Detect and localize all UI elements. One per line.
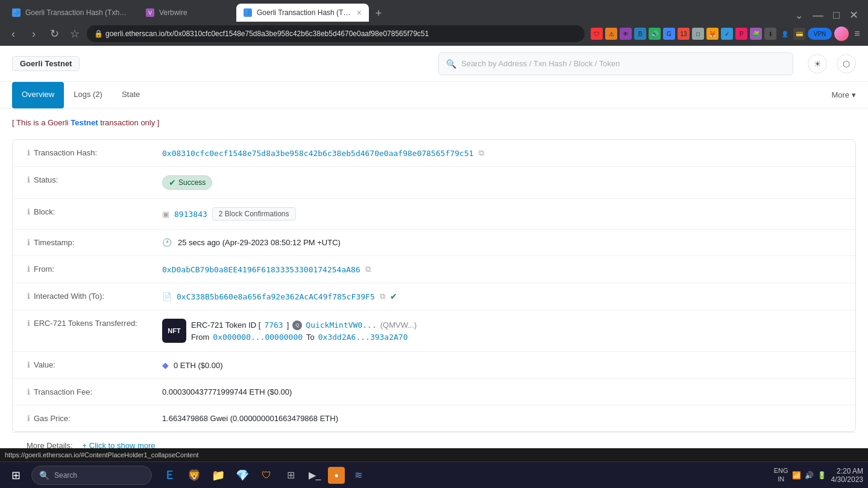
more-button[interactable]: More ▾ [831, 90, 856, 99]
fee-label: ℹ Transaction Fee: [27, 387, 148, 396]
taskbar-time-text: 2:20 AM [831, 467, 863, 475]
copy-hash-icon[interactable]: ⧉ [479, 148, 484, 158]
ext-fox-icon[interactable]: 🦊 [706, 28, 719, 40]
header-search-box[interactable]: 🔍 Search by Address / Txn Hash / Block /… [438, 52, 793, 75]
folder-icon: 📁 [212, 469, 225, 482]
taskbar-brave2-icon[interactable]: 🛡 [256, 465, 277, 486]
transaction-hash-link[interactable]: 0x08310cfc0ecf1548e75d8a3be958c42b6c38eb… [162, 149, 474, 158]
site-header: Goerli Testnet 🔍 Search by Address / Txn… [0, 46, 868, 82]
ext-menu-icon[interactable]: ≡ [851, 28, 863, 40]
status-badge: ✔ Success [162, 175, 212, 190]
taskbar-vscode-icon[interactable]: ≋ [347, 465, 369, 486]
taskbar-search-box[interactable]: 🔍 Search [31, 466, 152, 485]
help-icon-gas[interactable]: ℹ [27, 414, 30, 423]
back-button[interactable]: ‹ [5, 25, 22, 42]
tab-overview[interactable]: Overview [12, 82, 64, 108]
ext-num-icon[interactable]: 13 [678, 28, 690, 40]
gas-label: ℹ Gas Price: [27, 414, 148, 423]
erc721-row: ℹ ERC-721 Tokens Transferred: NFT ERC-72… [13, 310, 855, 352]
token-info-line1: ERC-721 Token ID [7763] Q QuickMintVW0..… [191, 321, 417, 330]
address-input[interactable]: 🔒 goerli.etherscan.io/tx/0x08310cfc0ecf1… [87, 25, 585, 42]
from-address-link[interactable]: 0xD0abCB79b0a8EE4196F61833353300174254aA… [162, 265, 360, 274]
ext-vpn-icon[interactable]: VPN [808, 28, 832, 40]
theme-toggle-button[interactable]: ☀ [808, 54, 827, 74]
site-logo-button[interactable]: Goerli Testnet [12, 56, 80, 71]
ext-wallet-icon[interactable]: 💳 [793, 28, 805, 40]
eth-diamond-icon: ◆ [162, 360, 169, 370]
ext-puzzle-icon[interactable]: 🧩 [750, 28, 762, 40]
ext-dl-icon[interactable]: ⬇ [764, 28, 776, 40]
bookmark-button[interactable]: ☆ [66, 25, 83, 42]
fee-value: 0.000300437771999744 ETH ($0.00) [162, 387, 841, 396]
ext-brave-icon[interactable]: 🛡 [591, 28, 603, 40]
tab-logs[interactable]: Logs (2) [64, 82, 112, 108]
ext-person-icon[interactable]: P [735, 28, 747, 40]
token-name-link[interactable]: QuickMintVW0... [306, 321, 376, 330]
forward-button[interactable]: › [25, 25, 42, 42]
eth-icon: ⬡ [843, 59, 850, 69]
ext-check-icon[interactable]: ✓ [721, 28, 733, 40]
status-row: ℹ Status: ✔ Success [13, 167, 855, 199]
taskbar-ruby-icon[interactable]: 💎 [231, 465, 253, 486]
tab3-close-icon[interactable]: × [357, 8, 362, 17]
taskbar-file-icon[interactable]: 📁 [207, 465, 229, 486]
ext-profile-icon[interactable]: 👤 [779, 28, 791, 40]
window-close-button[interactable]: ✕ [844, 8, 863, 22]
block-chain-icon: ▣ [162, 210, 169, 219]
token-from-link[interactable]: 0x000000...00000000 [213, 333, 303, 342]
help-icon-fee[interactable]: ℹ [27, 387, 30, 396]
copy-to-icon[interactable]: ⧉ [380, 292, 385, 301]
eth-network-button[interactable]: ⬡ [837, 54, 856, 74]
token-to-link[interactable]: 0x3dd2A6...393a2A70 [318, 333, 408, 342]
tab-bar: 🔷 Goerli Transaction Hash (Txhash) Deta.… [0, 0, 868, 22]
tab-overflow-button[interactable]: ⌄ [790, 10, 808, 21]
refresh-button[interactable]: ↻ [46, 25, 63, 42]
ext-sound-icon[interactable]: 🔊 [649, 28, 661, 40]
copy-from-icon[interactable]: ⧉ [365, 264, 371, 274]
browser-tab-2[interactable]: V Verbwire [139, 4, 235, 22]
token-id-link[interactable]: 7763 [264, 321, 283, 330]
lock-icon: 🔒 [94, 30, 103, 38]
block-number-link[interactable]: 8913843 [174, 210, 207, 219]
erc721-label: ℹ ERC-721 Tokens Transferred: [27, 319, 148, 328]
help-icon[interactable]: ℹ [27, 148, 30, 157]
clock-icon: 🕐 [162, 238, 172, 247]
ext-avatar-icon[interactable] [834, 27, 849, 41]
window-minimize-button[interactable]: — [808, 9, 828, 22]
start-button[interactable]: ⊞ [5, 465, 27, 486]
new-tab-button[interactable]: + [370, 5, 387, 22]
help-icon-to[interactable]: ℹ [27, 292, 30, 301]
main-content: [ This is a Goerli Testnet transaction o… [0, 108, 868, 448]
tab1-favicon: 🔷 [12, 8, 20, 17]
taskbar-brave-icon[interactable]: 🦁 [183, 465, 205, 486]
page-tabs-bar: Overview Logs (2) State More ▾ [0, 82, 868, 108]
browser-tab-1[interactable]: 🔷 Goerli Transaction Hash (Txhash) Deta.… [5, 4, 137, 22]
ext-alert-icon[interactable]: ⚠ [605, 28, 617, 40]
help-icon-status[interactable]: ℹ [27, 175, 30, 184]
taskbar-edge-icon[interactable]: Ｅ [159, 465, 181, 486]
from-row: ℹ From: 0xD0abCB79b0a8EE4196F61833353300… [13, 256, 855, 283]
taskbar-terminal-icon[interactable]: ▶_ [304, 465, 326, 486]
status-url-text: https://goerli.etherscan.io/#ContentPlac… [5, 451, 863, 458]
ext-g-icon[interactable]: G [663, 28, 675, 40]
help-icon-erc721[interactable]: ℹ [27, 319, 30, 328]
to-address-link[interactable]: 0xC338B5b660e8a656fa92e362AcAC49f785cF39… [177, 292, 375, 301]
tab-state[interactable]: State [112, 82, 149, 108]
help-icon-from[interactable]: ℹ [27, 264, 30, 274]
testnet-notice: [ This is a Goerli Testnet transaction o… [12, 118, 856, 127]
ext-box-icon[interactable]: □ [692, 28, 704, 40]
taskbar-app-icons: Ｅ 🦁 📁 💎 🛡 ⊞ ▶_ ● ≋ [159, 465, 369, 486]
extensions-area: 🛡 ⚠ 👁 B 🔊 G 13 □ 🦊 ✓ P 🧩 ⬇ 👤 💳 VPN ≡ [591, 27, 863, 41]
help-icon-timestamp[interactable]: ℹ [27, 238, 30, 247]
help-icon-value[interactable]: ℹ [27, 360, 30, 369]
show-more-link[interactable]: + Click to show more [83, 441, 156, 448]
ext-blue-icon[interactable]: B [634, 28, 646, 40]
to-value: 📄 0xC338B5b660e8a656fa92e362AcAC49f785cF… [162, 292, 841, 301]
window-maximize-button[interactable]: □ [828, 9, 844, 22]
ext-eye-icon[interactable]: 👁 [620, 28, 632, 40]
taskbar-ms-icon[interactable]: ⊞ [280, 465, 301, 486]
taskbar-right: ENGIN 📶 🔊 🔋 2:20 AM 4/30/2023 [774, 467, 863, 484]
help-icon-block[interactable]: ℹ [27, 207, 30, 216]
taskbar-orange-icon[interactable]: ● [328, 467, 345, 484]
browser-tab-3[interactable]: 🔷 Goerli Transaction Hash (Txhash) × [236, 4, 369, 22]
